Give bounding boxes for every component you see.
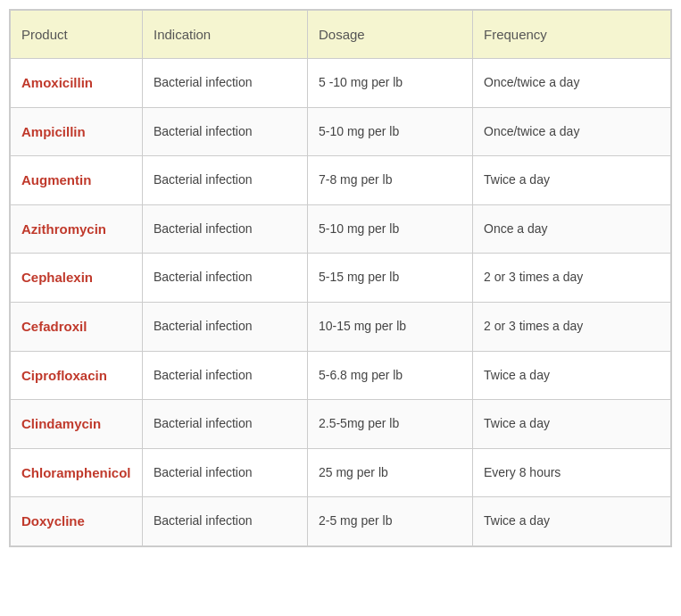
- cell-dosage: 5-15 mg per lb: [308, 254, 473, 303]
- cell-dosage: 5-6.8 mg per lb: [308, 351, 473, 400]
- cell-indication: Bacterial infection: [143, 400, 308, 449]
- product-name-text: Azithromycin: [21, 221, 106, 237]
- cell-indication: Bacterial infection: [143, 59, 308, 108]
- cell-product: Chloramphenicol: [11, 448, 143, 497]
- cell-product: Cephalexin: [11, 254, 143, 303]
- table-row: DoxyclineBacterial infection2-5 mg per l…: [11, 497, 671, 546]
- cell-frequency: Twice a day: [473, 351, 671, 400]
- cell-indication: Bacterial infection: [143, 204, 308, 254]
- cell-product: Azithromycin: [11, 204, 143, 254]
- cell-frequency: Once/twice a day: [473, 107, 671, 156]
- header-product: Product: [11, 11, 143, 59]
- cell-frequency: 2 or 3 times a day: [473, 302, 671, 351]
- table-row: CephalexinBacterial infection5-15 mg per…: [11, 254, 671, 303]
- table-row: CiprofloxacinBacterial infection5-6.8 mg…: [11, 351, 671, 400]
- cell-product: Clindamycin: [11, 400, 143, 449]
- cell-frequency: Twice a day: [473, 497, 671, 546]
- cell-product: Cefadroxil: [11, 302, 143, 351]
- product-name-text: Doxycline: [21, 513, 85, 529]
- cell-frequency: Every 8 hours: [473, 448, 671, 497]
- cell-dosage: 5-10 mg per lb: [308, 107, 473, 156]
- cell-dosage: 10-15 mg per lb: [308, 302, 473, 351]
- cell-frequency: 2 or 3 times a day: [473, 254, 671, 303]
- product-name-text: Cefadroxil: [21, 319, 87, 334]
- cell-frequency: Twice a day: [473, 156, 671, 205]
- product-name-text: Amoxicillin: [21, 75, 93, 90]
- product-name-text: Ampicillin: [21, 124, 86, 139]
- table-row: AmoxicillinBacterial infection5 -10 mg p…: [11, 59, 671, 108]
- table-row: CefadroxilBacterial infection10-15 mg pe…: [11, 302, 671, 351]
- product-name-text: Chloramphenicol: [21, 465, 131, 480]
- header-indication: Indication: [143, 11, 308, 59]
- cell-dosage: 7-8 mg per lb: [308, 156, 473, 205]
- cell-product: Ampicillin: [11, 107, 143, 156]
- cell-dosage: 25 mg per lb: [308, 448, 473, 497]
- table-row: AugmentinBacterial infection7-8 mg per l…: [11, 156, 671, 205]
- product-name-text: Cephalexin: [21, 270, 93, 285]
- medication-table: Product Indication Dosage Frequency Amox…: [9, 9, 672, 547]
- cell-frequency: Once a day: [473, 204, 671, 254]
- table-row: ChloramphenicolBacterial infection25 mg …: [11, 448, 671, 497]
- cell-indication: Bacterial infection: [143, 254, 308, 303]
- table-header-row: Product Indication Dosage Frequency: [11, 11, 671, 59]
- cell-indication: Bacterial infection: [143, 448, 308, 497]
- cell-indication: Bacterial infection: [143, 497, 308, 546]
- cell-product: Doxycline: [11, 497, 143, 546]
- cell-dosage: 5 -10 mg per lb: [308, 59, 473, 108]
- header-dosage: Dosage: [308, 11, 473, 59]
- header-frequency: Frequency: [473, 11, 671, 59]
- product-name-text: Augmentin: [21, 172, 91, 187]
- cell-indication: Bacterial infection: [143, 107, 308, 156]
- cell-indication: Bacterial infection: [143, 302, 308, 351]
- cell-indication: Bacterial infection: [143, 156, 308, 205]
- cell-frequency: Twice a day: [473, 400, 671, 449]
- cell-dosage: 5-10 mg per lb: [308, 204, 473, 254]
- cell-dosage: 2-5 mg per lb: [308, 497, 473, 546]
- cell-product: Amoxicillin: [11, 59, 143, 108]
- table-row: ClindamycinBacterial infection2.5-5mg pe…: [11, 400, 671, 449]
- product-name-text: Clindamycin: [21, 416, 101, 431]
- cell-dosage: 2.5-5mg per lb: [308, 400, 473, 449]
- cell-frequency: Once/twice a day: [473, 59, 671, 108]
- table-row: AzithromycinBacterial infection5-10 mg p…: [11, 204, 671, 254]
- product-name-text: Ciprofloxacin: [21, 368, 107, 383]
- cell-product: Ciprofloxacin: [11, 351, 143, 400]
- table-row: AmpicillinBacterial infection5-10 mg per…: [11, 107, 671, 156]
- cell-product: Augmentin: [11, 156, 143, 205]
- cell-indication: Bacterial infection: [143, 351, 308, 400]
